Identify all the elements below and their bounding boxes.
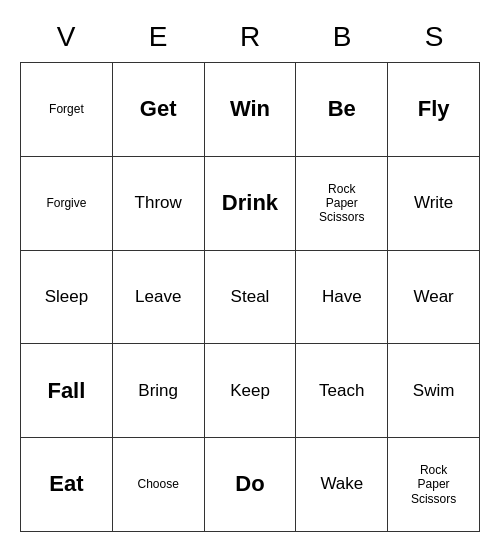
grid-cell-0-4: Fly — [388, 63, 480, 157]
grid-cell-2-4: Wear — [388, 251, 480, 345]
grid-cell-3-3: Teach — [296, 344, 388, 438]
cell-text-3-2: Keep — [230, 381, 270, 401]
grid-cell-0-1: Get — [113, 63, 205, 157]
grid-cell-3-0: Fall — [21, 344, 113, 438]
grid-cell-3-4: Swim — [388, 344, 480, 438]
cell-text-3-4: Swim — [413, 381, 455, 401]
cell-text-2-2: Steal — [231, 287, 270, 307]
grid-cell-1-1: Throw — [113, 157, 205, 251]
cell-text-4-4: Rock Paper Scissors — [411, 463, 456, 506]
grid-cell-1-0: Forgive — [21, 157, 113, 251]
grid-cell-4-4: Rock Paper Scissors — [388, 438, 480, 532]
header-row: VERBS — [20, 12, 480, 62]
grid-cell-4-2: Do — [205, 438, 297, 532]
cell-text-1-1: Throw — [135, 193, 182, 213]
grid-cell-4-3: Wake — [296, 438, 388, 532]
cell-text-4-3: Wake — [320, 474, 363, 494]
cell-text-2-1: Leave — [135, 287, 181, 307]
cell-text-0-3: Be — [328, 96, 356, 122]
cell-text-2-4: Wear — [413, 287, 453, 307]
cell-text-4-1: Choose — [138, 477, 179, 491]
grid-cell-3-2: Keep — [205, 344, 297, 438]
header-cell-E: E — [112, 12, 204, 62]
grid-cell-0-0: Forget — [21, 63, 113, 157]
cell-text-2-3: Have — [322, 287, 362, 307]
cell-text-0-2: Win — [230, 96, 270, 122]
grid-cell-2-0: Sleep — [21, 251, 113, 345]
header-cell-V: V — [20, 12, 112, 62]
cell-text-0-4: Fly — [418, 96, 450, 122]
grid-cell-2-2: Steal — [205, 251, 297, 345]
cell-text-0-0: Forget — [49, 102, 84, 116]
grid: ForgetGetWinBeFlyForgiveThrowDrinkRock P… — [20, 62, 480, 532]
cell-text-0-1: Get — [140, 96, 177, 122]
cell-text-4-0: Eat — [49, 471, 83, 497]
grid-cell-2-1: Leave — [113, 251, 205, 345]
cell-text-1-2: Drink — [222, 190, 278, 216]
grid-cell-4-0: Eat — [21, 438, 113, 532]
cell-text-3-0: Fall — [47, 378, 85, 404]
cell-text-3-3: Teach — [319, 381, 364, 401]
grid-cell-1-4: Write — [388, 157, 480, 251]
header-cell-R: R — [204, 12, 296, 62]
cell-text-1-3: Rock Paper Scissors — [319, 182, 364, 225]
grid-cell-0-2: Win — [205, 63, 297, 157]
grid-cell-4-1: Choose — [113, 438, 205, 532]
cell-text-4-2: Do — [235, 471, 264, 497]
grid-cell-0-3: Be — [296, 63, 388, 157]
cell-text-2-0: Sleep — [45, 287, 88, 307]
header-cell-B: B — [296, 12, 388, 62]
grid-cell-1-3: Rock Paper Scissors — [296, 157, 388, 251]
grid-cell-3-1: Bring — [113, 344, 205, 438]
cell-text-3-1: Bring — [138, 381, 178, 401]
bingo-board: VERBS ForgetGetWinBeFlyForgiveThrowDrink… — [20, 12, 480, 532]
header-cell-S: S — [388, 12, 480, 62]
grid-cell-1-2: Drink — [205, 157, 297, 251]
cell-text-1-0: Forgive — [46, 196, 86, 210]
grid-cell-2-3: Have — [296, 251, 388, 345]
cell-text-1-4: Write — [414, 193, 453, 213]
